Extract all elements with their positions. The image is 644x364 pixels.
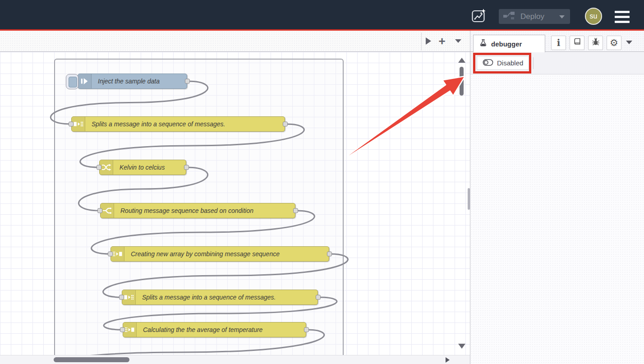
chevron-down-icon (455, 39, 461, 43)
node-label: Splits a message into a sequence of mess… (136, 294, 276, 301)
flow-node-switch[interactable]: Routing message sequence based on condit… (100, 203, 295, 218)
flow-node-join[interactable]: Creating new array by combining message … (110, 246, 329, 262)
flask-icon (479, 38, 488, 49)
deploy-icon (503, 11, 515, 23)
node-label: Routing message sequence based on condit… (114, 207, 253, 214)
hamburger-icon (615, 11, 630, 13)
chevron-down-icon[interactable] (626, 41, 632, 44)
main-menu-button[interactable] (615, 11, 630, 23)
annotation-highlight-box (473, 53, 531, 74)
bug-icon (591, 37, 600, 48)
toolbar-divider (533, 57, 534, 69)
switch-icon (101, 203, 114, 218)
info-tab-button[interactable]: i (551, 36, 566, 50)
output-port[interactable] (304, 327, 309, 332)
scroll-right-icon[interactable] (446, 357, 450, 363)
chevron-down-icon[interactable] (559, 15, 565, 18)
scroll-up-icon[interactable] (458, 58, 465, 63)
node-label: Calculating the the average of temperatu… (137, 326, 262, 333)
output-port[interactable] (283, 122, 288, 127)
output-port[interactable] (184, 165, 189, 170)
horizontal-scrollbar[interactable] (0, 355, 470, 364)
help-tab-button[interactable] (570, 36, 584, 50)
change-icon (100, 160, 113, 175)
node-label: Kelvin to celcius (113, 164, 165, 171)
accent-line (0, 29, 644, 31)
join-icon (123, 323, 137, 337)
hamburger-icon (615, 16, 630, 18)
workspace-tabbar: + (0, 31, 470, 52)
sidebar-splitter-handle[interactable] (468, 188, 470, 210)
join-icon (111, 247, 124, 261)
input-port[interactable] (119, 295, 124, 300)
tabbar-divider (421, 32, 422, 51)
sidebar: debugger i (470, 31, 644, 364)
node-label: Splits a message into a sequence of mess… (85, 120, 225, 128)
split-icon (72, 117, 85, 131)
flow-node-split[interactable]: Splits a message into a sequence of mess… (71, 116, 285, 132)
output-port[interactable] (185, 79, 190, 84)
input-port[interactable] (120, 327, 125, 332)
header-bar: Deploy su (0, 0, 644, 29)
output-port[interactable] (316, 295, 321, 300)
book-icon (573, 37, 582, 48)
flow-node-join[interactable]: Calculating the the average of temperatu… (123, 322, 306, 337)
flow-node-inject[interactable]: Inject the sample data (78, 74, 187, 89)
add-flow-button[interactable]: + (436, 34, 448, 48)
plus-icon: + (438, 35, 445, 47)
info-icon: i (557, 37, 561, 48)
node-label: Creating new array by combining message … (124, 250, 280, 258)
inject-icon (78, 74, 92, 88)
split-icon (122, 290, 136, 304)
flow-canvas[interactable]: Inject the sample dataSplits a message i… (0, 52, 470, 355)
node-label: Inject the sample data (92, 78, 160, 85)
horizontal-scrollbar-thumb[interactable] (54, 357, 129, 362)
debug-messages-panel (470, 75, 644, 364)
gear-icon: ⚙ (610, 37, 618, 48)
tab-debugger-label: debugger (491, 40, 522, 48)
settings-tab-button[interactable]: ⚙ (607, 36, 621, 50)
scroll-down-icon[interactable] (458, 344, 465, 349)
vertical-scrollbar-thumb[interactable] (460, 67, 464, 96)
output-port[interactable] (293, 208, 298, 213)
flow-node-split[interactable]: Splits a message into a sequence of mess… (122, 290, 318, 305)
input-port[interactable] (108, 252, 113, 257)
input-port[interactable] (97, 208, 102, 213)
scroll-tabs-right-button[interactable] (422, 34, 435, 48)
input-port[interactable] (97, 165, 101, 170)
output-port[interactable] (327, 252, 332, 257)
flow-list-button[interactable] (452, 34, 465, 48)
deploy-label: Deploy (520, 12, 544, 21)
deploy-button[interactable]: Deploy (499, 9, 570, 24)
hamburger-icon (615, 21, 630, 23)
user-avatar[interactable]: su (585, 8, 602, 25)
input-port[interactable] (69, 122, 74, 127)
scroll-right-icon (426, 37, 431, 45)
sidebar-header: debugger i (470, 31, 644, 52)
tab-debugger[interactable]: debugger (473, 35, 545, 52)
ai-assistant-icon[interactable] (471, 8, 487, 24)
flow-node-change[interactable]: Kelvin to celcius (99, 160, 186, 175)
debug-tab-button[interactable] (588, 36, 603, 50)
inject-trigger-button[interactable] (66, 74, 78, 89)
